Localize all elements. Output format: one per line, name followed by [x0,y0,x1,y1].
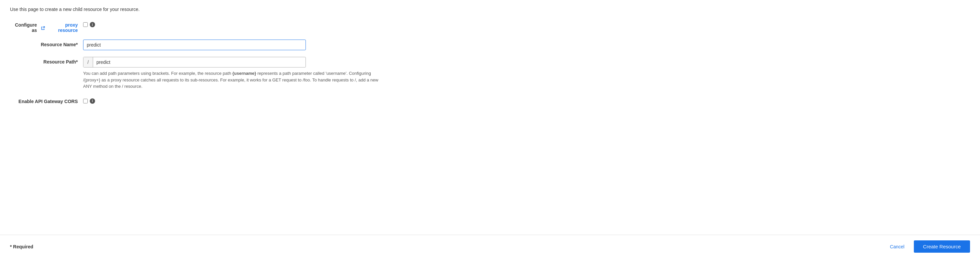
proxy-resource-link[interactable]: proxy resource [41,22,78,33]
proxy-checkbox-row: i [83,20,382,27]
configure-label: Configure as proxy resource [10,20,83,33]
resource-path-row: Resource Path* / You can add path parame… [10,57,970,90]
page-description: Use this page to create a new child reso… [10,6,970,12]
resource-name-input[interactable] [83,40,306,50]
resource-path-control: / You can add path parameters using brac… [83,57,382,90]
footer-actions: Cancel Create Resource [885,240,970,253]
proxy-link-label: proxy resource [46,22,78,33]
cors-checkbox[interactable] [83,99,88,104]
proxy-checkbox[interactable] [83,22,88,27]
resource-name-label: Resource Name* [10,40,83,47]
resource-path-label: Resource Path* [10,57,83,65]
resource-path-input[interactable] [93,58,305,66]
cancel-button[interactable]: Cancel [885,241,910,252]
create-resource-button[interactable]: Create Resource [914,240,970,253]
resource-name-row: Resource Name* [10,40,970,50]
external-link-icon [41,26,45,30]
proxy-info-icon: i [90,22,95,27]
cors-checkbox-row: i [83,96,382,104]
page-wrapper: Use this page to create a new child reso… [0,0,980,258]
help-text-part1: You can add path parameters using bracke… [83,71,232,76]
form-section: Configure as proxy resource [10,20,970,228]
configure-proxy-row: Configure as proxy resource [10,20,970,33]
cors-info-icon: i [90,99,95,104]
configure-proxy-control: i [83,20,382,27]
path-input-wrapper: / [83,57,306,67]
cors-control: i [83,96,382,104]
path-prefix: / [83,57,93,67]
footer-bar: * Required Cancel Create Resource [10,235,970,258]
required-note: * Required [10,244,33,249]
help-text-bold: {username} [232,71,256,76]
cors-label: Enable API Gateway CORS [10,96,83,104]
cors-row: Enable API Gateway CORS i [10,96,970,104]
path-help-text: You can add path parameters using bracke… [83,70,382,90]
resource-name-control [83,40,382,50]
